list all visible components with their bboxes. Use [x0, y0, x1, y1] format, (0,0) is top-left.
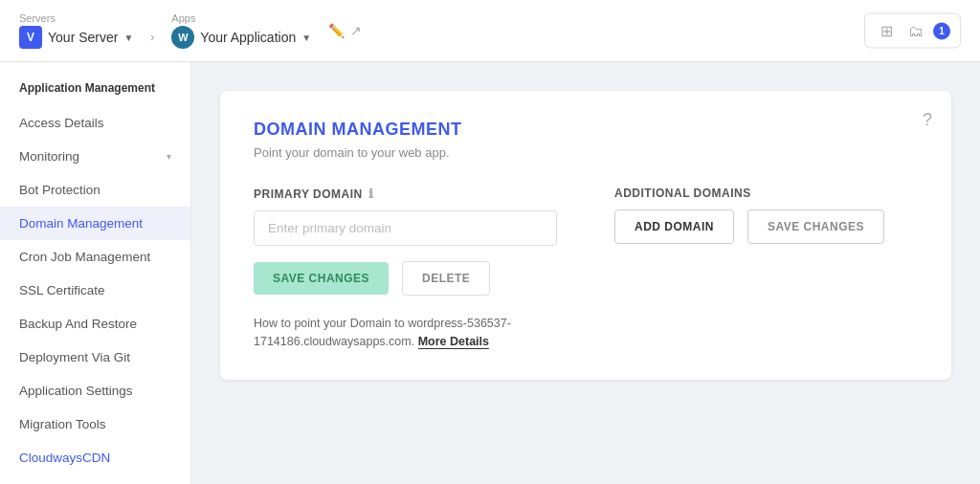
sidebar-item-cloudways-cdn[interactable]: CloudwaysCDN	[0, 441, 190, 474]
sidebar-label-cloudways-cdn: CloudwaysCDN	[19, 451, 110, 465]
sidebar-item-deployment[interactable]: Deployment Via Git	[0, 341, 190, 374]
primary-domain-info-icon[interactable]: ℹ	[368, 187, 374, 201]
server-icon: V	[19, 26, 42, 49]
app-chevron-icon: ▼	[301, 33, 311, 43]
apps-label: Apps	[171, 12, 311, 24]
wp-icon: W	[171, 26, 194, 49]
sidebar-label-backup: Backup And Restore	[19, 317, 137, 331]
sidebar-item-backup[interactable]: Backup And Restore	[0, 307, 190, 341]
primary-domain-input[interactable]	[254, 210, 557, 246]
main-layout: Application Management Access Details Mo…	[0, 62, 980, 484]
app-action-icons: ✏️ ↗	[328, 23, 362, 38]
additional-domain-actions: ADD DOMAIN SAVE CHANGES	[614, 209, 918, 244]
sidebar-item-app-settings[interactable]: Application Settings	[0, 374, 190, 407]
server-name: Your Server	[48, 30, 118, 45]
folder-icon[interactable]: 🗂	[902, 20, 929, 41]
sidebar-label-monitoring: Monitoring	[19, 149, 79, 164]
grid-icon[interactable]: ⊞	[875, 20, 899, 42]
additional-domains-section: ADDITIONAL DOMAINS ADD DOMAIN SAVE CHANG…	[614, 187, 918, 351]
servers-label: Servers	[19, 12, 133, 24]
breadcrumb-arrow: ›	[150, 31, 154, 44]
sidebar-label-domain-management: Domain Management	[19, 216, 143, 231]
server-chevron-icon: ▼	[123, 33, 133, 43]
server-nav-item[interactable]: V Your Server ▼	[19, 26, 133, 49]
app-nav-item[interactable]: W Your Application ▼	[171, 26, 311, 49]
more-details-link[interactable]: More Details	[418, 335, 489, 349]
sidebar-section-title: Application Management	[0, 81, 190, 106]
notification-badge[interactable]: 1	[933, 22, 950, 39]
card-title: DOMAIN MANAGEMENT	[254, 120, 918, 140]
card-help-icon[interactable]: ?	[923, 110, 932, 130]
sidebar-item-monitoring[interactable]: Monitoring ▾	[0, 140, 190, 173]
sidebar-label-deployment: Deployment Via Git	[19, 350, 130, 364]
sidebar-item-domain-management[interactable]: Domain Management	[0, 207, 190, 240]
top-nav: Servers V Your Server ▼ › Apps W Your Ap…	[0, 0, 980, 62]
sidebar-item-access-details[interactable]: Access Details	[0, 106, 190, 140]
primary-delete-button[interactable]: DELETE	[402, 261, 490, 296]
primary-domain-label: PRIMARY DOMAIN ℹ	[254, 187, 557, 201]
nav-left: Servers V Your Server ▼ › Apps W Your Ap…	[19, 12, 362, 49]
sidebar-item-migration[interactable]: Migration Tools	[0, 407, 190, 441]
primary-domain-section: PRIMARY DOMAIN ℹ SAVE CHANGES DELETE How…	[254, 187, 557, 351]
sidebar-label-migration: Migration Tools	[19, 417, 106, 431]
sidebar-item-bot-protection[interactable]: Bot Protection	[0, 173, 190, 207]
nav-apps-section: Apps W Your Application ▼	[171, 12, 311, 49]
nav-servers-section: Servers V Your Server ▼	[19, 12, 133, 49]
sidebar-label-ssl: SSL Certificate	[19, 283, 105, 297]
additional-domains-label: ADDITIONAL DOMAINS	[614, 187, 918, 200]
sidebar-label-app-settings: Application Settings	[19, 384, 133, 398]
domain-management-card: ? DOMAIN MANAGEMENT Point your domain to…	[220, 91, 951, 380]
primary-domain-actions: SAVE CHANGES DELETE	[254, 261, 557, 296]
content-area: ? DOMAIN MANAGEMENT Point your domain to…	[191, 62, 980, 484]
external-link-icon[interactable]: ↗	[350, 23, 362, 38]
sidebar-label-bot-protection: Bot Protection	[19, 183, 100, 197]
additional-save-button[interactable]: SAVE CHANGES	[747, 209, 884, 244]
sidebar-item-ssl[interactable]: SSL Certificate	[0, 274, 190, 307]
sidebar: Application Management Access Details Mo…	[0, 62, 191, 484]
add-domain-button[interactable]: ADD DOMAIN	[614, 209, 734, 244]
sidebar-label-access-details: Access Details	[19, 116, 104, 130]
app-name: Your Application	[200, 30, 296, 45]
sidebar-label-cron-job: Cron Job Management	[19, 250, 150, 264]
domain-info-text: How to point your Domain to wordpress-53…	[254, 315, 557, 351]
edit-icon[interactable]: ✏️	[328, 23, 345, 38]
sidebar-item-cron-job[interactable]: Cron Job Management	[0, 240, 190, 274]
card-subtitle: Point your domain to your web app.	[254, 145, 918, 160]
monitoring-chevron-icon: ▾	[167, 151, 171, 162]
domain-grid: PRIMARY DOMAIN ℹ SAVE CHANGES DELETE How…	[254, 187, 918, 351]
primary-save-button[interactable]: SAVE CHANGES	[254, 262, 389, 295]
top-right-icons: ⊞ 🗂 1	[864, 13, 961, 49]
